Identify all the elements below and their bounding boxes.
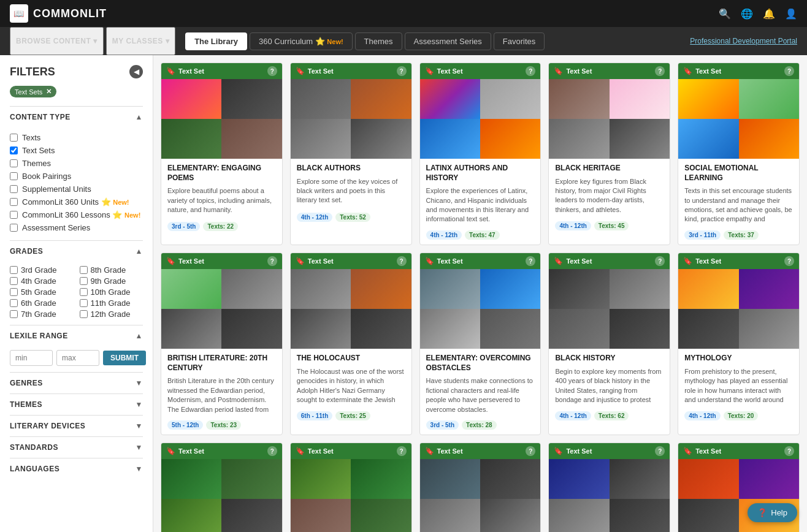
card-item[interactable]: 🔖 Text Set ? Text Set (290, 443, 412, 532)
texts-checkbox[interactable] (10, 134, 18, 142)
grade-8th-checkbox[interactable] (80, 266, 88, 274)
card-help-icon[interactable]: ? (655, 256, 665, 266)
genres-section[interactable]: GENRES ▼ (10, 372, 143, 393)
card-help-icon[interactable]: ? (784, 446, 794, 456)
my-classes-button[interactable]: MY CLASSES ▾ (106, 27, 175, 55)
grade-3rd: 3rd Grade (10, 265, 74, 275)
grades-section[interactable]: GRADES ▲ (10, 240, 143, 262)
standards-section[interactable]: STANDARDS ▼ (10, 436, 143, 458)
pro-dev-link[interactable]: Professional Development Portal (690, 37, 797, 45)
bookmark-icon: 🔖 (425, 257, 434, 265)
literary-devices-section[interactable]: LITERARY DEVICES ▼ (10, 415, 143, 436)
bookmark-icon: 🔖 (554, 447, 563, 455)
texts-tag: Texts: 45 (594, 221, 629, 230)
book-pairings-checkbox[interactable] (10, 172, 18, 180)
help-icon: ❓ (757, 508, 767, 517)
card-item[interactable]: 🔖 Text Set ? BLACK HERITAGE Explore key … (548, 63, 670, 245)
grade-7th-checkbox[interactable] (10, 310, 18, 318)
card-help-icon[interactable]: ? (655, 66, 665, 76)
lexile-submit-button[interactable]: SUBMIT (103, 351, 146, 365)
text-sets-label[interactable]: Text Sets (22, 146, 55, 155)
card-item[interactable]: 🔖 Text Set ? ELEMENTARY: OVERCOMING OBST… (419, 253, 541, 435)
card-image-cell (221, 269, 281, 309)
user-icon[interactable]: 👤 (785, 8, 797, 20)
bell-icon[interactable]: 🔔 (763, 8, 775, 20)
texts-label[interactable]: Texts (22, 133, 40, 142)
grade-5th-checkbox[interactable] (10, 288, 18, 296)
card-item[interactable]: 🔖 Text Set ? Text Set (548, 443, 670, 532)
card-image-cell (739, 119, 799, 159)
card-help-icon[interactable]: ? (526, 256, 535, 266)
lexile-max-input[interactable] (56, 350, 99, 366)
grade-10th-checkbox[interactable] (80, 288, 88, 296)
grade-6th-checkbox[interactable] (10, 299, 18, 307)
card-help-icon[interactable]: ? (526, 66, 535, 76)
card-header: 🔖 Text Set ? (161, 63, 282, 79)
card-help-icon[interactable]: ? (526, 446, 535, 456)
card-image-cell (420, 309, 480, 349)
card-item[interactable]: 🔖 Text Set ? SOCIAL EMOTIONAL LEARNING T… (678, 63, 800, 245)
lexile-section[interactable]: LEXILE RANGE ▲ (10, 325, 143, 346)
card-title: ELEMENTARY: OVERCOMING OBSTACLES (426, 354, 535, 373)
360-lessons-label[interactable]: CommonLit 360 Lessons ⭐ New! (22, 210, 140, 219)
supplemental-units-checkbox[interactable] (10, 185, 18, 193)
lexile-min-input[interactable] (10, 350, 53, 366)
grade-9th-checkbox[interactable] (80, 277, 88, 285)
browse-content-button[interactable]: BROWSE CONTENT ▾ (10, 27, 104, 55)
card-image-cell (549, 119, 609, 159)
themes-section[interactable]: THEMES ▼ (10, 393, 143, 415)
card-image-cell (351, 119, 411, 159)
tab-favorites[interactable]: Favorites (494, 32, 545, 50)
card-image-cell (610, 119, 670, 159)
360-units-checkbox[interactable] (10, 198, 18, 206)
grade-12th-checkbox[interactable] (80, 310, 88, 318)
assessment-series-label[interactable]: Assessment Series (22, 223, 90, 232)
card-item[interactable]: 🔖 Text Set ? Text Set (419, 443, 541, 532)
search-icon[interactable]: 🔍 (719, 8, 731, 20)
supplemental-units-label[interactable]: Supplemental Units (22, 184, 91, 194)
card-item[interactable]: 🔖 Text Set ? ELEMENTARY: ENGAGING POEMS … (161, 63, 283, 245)
text-sets-checkbox[interactable] (10, 146, 18, 154)
tab-assessment-series[interactable]: Assessment Series (405, 32, 491, 50)
tab-themes[interactable]: Themes (355, 32, 402, 50)
card-image-cell (351, 459, 411, 499)
card-item[interactable]: 🔖 Text Set ? MYTHOLOGY From prehistory t… (678, 253, 800, 435)
content-type-section[interactable]: CONTENT TYPE ▲ (10, 106, 143, 127)
bookmark-icon: 🔖 (554, 257, 563, 265)
assessment-series-checkbox[interactable] (10, 224, 18, 232)
card-item[interactable]: 🔖 Text Set ? BLACK AUTHORS Explore some … (290, 63, 412, 245)
themes-label[interactable]: Themes (22, 159, 51, 168)
card-help-icon[interactable]: ? (655, 446, 665, 456)
book-pairings-label[interactable]: Book Pairings (22, 172, 71, 181)
logo[interactable]: 📖 COMMONLIT (10, 4, 107, 23)
tab-bar: The Library 360 Curriculum ⭐ New! Themes… (185, 32, 690, 50)
grade-3rd-checkbox[interactable] (10, 266, 18, 274)
card-image-cell (161, 499, 221, 532)
globe-icon[interactable]: 🌐 (741, 8, 753, 20)
card-item[interactable]: 🔖 Text Set ? BRITISH LITERATURE: 20TH CE… (161, 253, 283, 435)
remove-filter-button[interactable]: ✕ (46, 88, 52, 96)
card-help-icon[interactable]: ? (267, 446, 277, 456)
languages-section[interactable]: LANGUAGES ▼ (10, 458, 143, 479)
card-help-icon[interactable]: ? (784, 256, 794, 266)
card-item[interactable]: 🔖 Text Set ? LATINX AUTHORS AND HISTORY … (419, 63, 541, 245)
card-help-icon[interactable]: ? (784, 66, 794, 76)
help-button[interactable]: ❓ Help (748, 503, 797, 522)
card-help-icon[interactable]: ? (397, 256, 407, 266)
card-item[interactable]: 🔖 Text Set ? THE HOLOCAUST The Holocaust… (290, 253, 412, 435)
tab-the-library[interactable]: The Library (185, 32, 247, 50)
grade-4th-checkbox[interactable] (10, 277, 18, 285)
card-help-icon[interactable]: ? (267, 66, 277, 76)
card-header-left: 🔖 Text Set (296, 67, 334, 75)
collapse-sidebar-button[interactable]: ◀ (129, 65, 143, 78)
card-help-icon[interactable]: ? (267, 256, 277, 266)
360-lessons-checkbox[interactable] (10, 211, 18, 219)
card-help-icon[interactable]: ? (397, 446, 407, 456)
card-item[interactable]: 🔖 Text Set ? Text Set (161, 443, 283, 532)
grade-11th-checkbox[interactable] (80, 299, 88, 307)
360-units-label[interactable]: CommonLit 360 Units ⭐ New! (22, 197, 129, 207)
card-item[interactable]: 🔖 Text Set ? BLACK HISTORY Begin to expl… (548, 253, 670, 435)
card-help-icon[interactable]: ? (397, 66, 407, 76)
themes-checkbox[interactable] (10, 159, 18, 167)
tab-360-curriculum[interactable]: 360 Curriculum ⭐ New! (250, 32, 353, 50)
